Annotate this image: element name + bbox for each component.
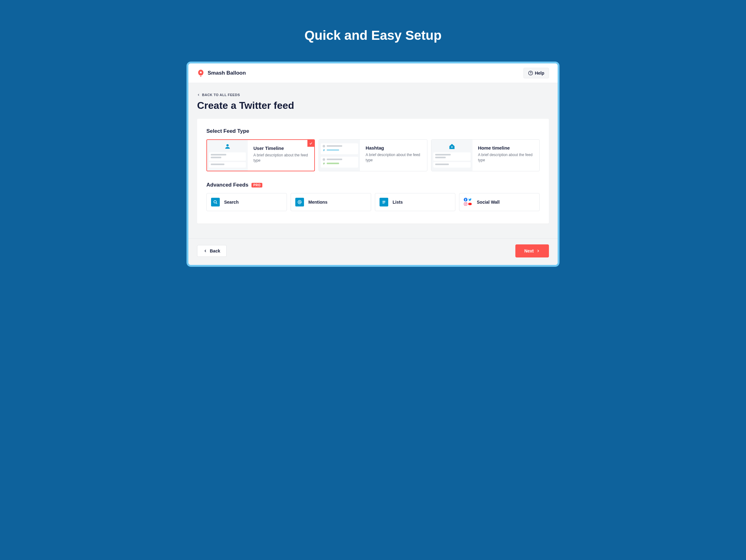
app-header: Smash Balloon Help <box>189 63 557 83</box>
brand-name: Smash Balloon <box>208 70 246 76</box>
twitter-icon <box>468 198 472 201</box>
next-button[interactable]: Next <box>515 244 549 257</box>
back-link-label: BACK TO ALL FEEDS <box>202 93 240 97</box>
help-label: Help <box>535 71 544 76</box>
social-wall-icon <box>464 198 472 206</box>
advanced-label: Search <box>224 200 239 204</box>
thumb-home-timeline <box>431 140 472 171</box>
advanced-label: Lists <box>393 200 403 204</box>
svg-point-2 <box>530 74 530 74</box>
brand: Smash Balloon <box>197 69 246 77</box>
at-icon <box>295 198 304 206</box>
feed-type-hashtag[interactable]: # # Hashtag A brief description about th… <box>319 139 427 171</box>
svg-point-1 <box>528 71 533 75</box>
panel: Select Feed Type <box>197 119 549 224</box>
svg-point-13 <box>466 203 466 203</box>
advanced-search[interactable]: Search <box>206 193 287 211</box>
user-icon <box>224 143 231 150</box>
feed-type-title: Home timeline <box>478 145 534 150</box>
svg-point-5 <box>214 201 216 203</box>
thumb-user-timeline <box>207 140 248 171</box>
home-bird-icon <box>449 143 455 150</box>
next-button-label: Next <box>524 248 534 253</box>
feed-type-desc: A brief description about the feed type <box>478 152 534 163</box>
advanced-mentions[interactable]: Mentions <box>291 193 371 211</box>
advanced-row: Search Mentions Lists <box>206 193 540 211</box>
feed-type-title: User Timeline <box>253 145 309 151</box>
svg-rect-9 <box>382 203 384 204</box>
back-button[interactable]: Back <box>197 245 227 257</box>
svg-point-4 <box>451 146 453 148</box>
page-heading: Quick and Easy Setup <box>0 12 746 61</box>
facebook-icon <box>464 198 467 201</box>
advanced-lists[interactable]: Lists <box>375 193 455 211</box>
svg-point-6 <box>299 201 300 203</box>
check-icon <box>308 140 314 147</box>
svg-rect-11 <box>464 202 467 205</box>
svg-point-12 <box>465 203 466 205</box>
back-button-label: Back <box>210 248 220 253</box>
youtube-icon <box>468 202 472 206</box>
feed-type-user-timeline[interactable]: User Timeline A brief description about … <box>206 139 315 171</box>
advanced-label: Social Wall <box>477 200 499 204</box>
content: BACK TO ALL FEEDS Create a Twitter feed … <box>189 83 557 239</box>
feed-type-desc: A brief description about the feed type <box>253 153 309 164</box>
advanced-label: Mentions <box>308 200 327 204</box>
app-frame: Smash Balloon Help BACK TO ALL FEEDS Cre… <box>186 61 560 267</box>
chevron-left-icon <box>197 93 200 96</box>
advanced-section-text: Advanced Feeds <box>206 182 248 188</box>
advanced-section-label: Advanced Feeds PRO <box>206 182 540 188</box>
advanced-social-wall[interactable]: Social Wall <box>459 193 540 211</box>
feed-type-title: Hashtag <box>366 145 421 150</box>
help-icon <box>528 71 533 76</box>
thumb-hashtag: # # <box>319 140 360 171</box>
svg-rect-7 <box>382 201 385 201</box>
pro-badge: PRO <box>252 183 262 188</box>
svg-point-3 <box>226 144 228 146</box>
feed-type-section-label: Select Feed Type <box>206 128 540 134</box>
page-title: Create a Twitter feed <box>197 100 549 111</box>
balloon-icon <box>197 69 204 77</box>
feed-type-desc: A brief description about the feed type <box>366 152 421 163</box>
back-to-feeds-link[interactable]: BACK TO ALL FEEDS <box>197 93 549 97</box>
help-button[interactable]: Help <box>523 68 549 78</box>
instagram-icon <box>464 202 467 206</box>
chevron-left-icon <box>204 249 207 253</box>
footer: Back Next <box>189 239 557 265</box>
feed-type-home-timeline[interactable]: Home timeline A brief description about … <box>431 139 540 171</box>
feed-type-row: User Timeline A brief description about … <box>206 139 540 171</box>
list-icon <box>379 198 388 206</box>
feed-type-section-text: Select Feed Type <box>206 128 249 134</box>
chevron-right-icon <box>536 249 540 253</box>
search-icon <box>211 198 220 206</box>
svg-rect-8 <box>382 202 385 202</box>
